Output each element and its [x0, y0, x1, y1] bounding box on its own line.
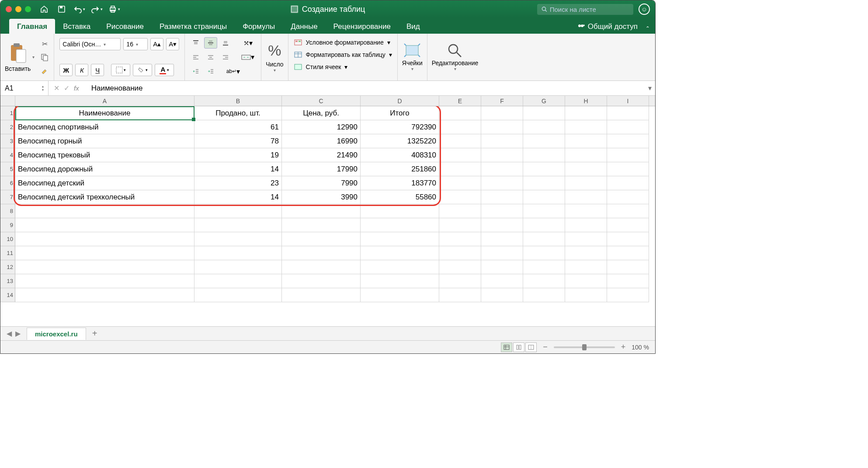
row-header[interactable]: 7: [0, 190, 15, 204]
column-header[interactable]: I: [607, 96, 649, 106]
cell[interactable]: 14: [194, 190, 282, 204]
cell[interactable]: [523, 106, 565, 120]
format-as-table-button[interactable]: Форматировать как таблицу ▾: [294, 50, 392, 59]
align-bottom-icon[interactable]: [219, 37, 232, 49]
tab-formulas[interactable]: Формулы: [235, 19, 283, 34]
search-input[interactable]: [550, 6, 629, 13]
cell[interactable]: [361, 218, 439, 232]
tab-insert[interactable]: Вставка: [55, 19, 98, 34]
collapse-ribbon-icon[interactable]: ˆ: [644, 26, 652, 34]
expand-formula-bar-icon[interactable]: ▾: [645, 84, 655, 92]
cell[interactable]: 19: [194, 148, 282, 162]
cell[interactable]: Велосипед спортивный: [15, 120, 194, 134]
cell[interactable]: [439, 246, 481, 260]
cell[interactable]: [361, 232, 439, 246]
orientation-icon[interactable]: ⤲▾: [239, 37, 257, 49]
cell[interactable]: [523, 218, 565, 232]
feedback-icon[interactable]: ☺: [639, 3, 650, 15]
cell[interactable]: [523, 162, 565, 176]
fill-color-button[interactable]: ▾: [133, 64, 152, 76]
decrease-indent-icon[interactable]: [189, 66, 202, 77]
cell[interactable]: [565, 246, 607, 260]
row-header[interactable]: 11: [0, 246, 15, 260]
cell[interactable]: [607, 204, 649, 218]
save-icon[interactable]: [56, 3, 68, 15]
cell[interactable]: [607, 120, 649, 134]
sheet-nav-next-icon[interactable]: ▶: [15, 329, 21, 338]
row-header[interactable]: 12: [0, 260, 15, 274]
tab-review[interactable]: Рецензирование: [326, 19, 399, 34]
cell[interactable]: Велосипед дорожный: [15, 162, 194, 176]
cell[interactable]: [194, 288, 282, 302]
cell[interactable]: [439, 274, 481, 288]
align-left-icon[interactable]: [189, 52, 202, 63]
cell[interactable]: Цена, руб.: [282, 106, 361, 120]
cell[interactable]: [282, 246, 361, 260]
cell[interactable]: [565, 148, 607, 162]
copy-icon[interactable]: [40, 52, 49, 62]
cell[interactable]: [607, 190, 649, 204]
cell[interactable]: [15, 246, 194, 260]
cell[interactable]: 12990: [282, 120, 361, 134]
cell[interactable]: [439, 218, 481, 232]
cell[interactable]: [15, 274, 194, 288]
undo-icon[interactable]: ▾: [73, 3, 85, 15]
cell[interactable]: [439, 148, 481, 162]
cell[interactable]: 3990: [282, 190, 361, 204]
cell[interactable]: [565, 204, 607, 218]
tab-home[interactable]: Главная: [9, 19, 55, 34]
zoom-slider[interactable]: [554, 346, 615, 348]
fx-icon[interactable]: fx: [74, 84, 83, 92]
print-icon[interactable]: ▾: [108, 3, 120, 15]
cell[interactable]: [481, 120, 523, 134]
cell[interactable]: Велосипед детский трехколесный: [15, 190, 194, 204]
close-window-icon[interactable]: [6, 6, 12, 12]
cell[interactable]: [523, 190, 565, 204]
grid-body[interactable]: 1НаименованиеПродано, шт.Цена, руб.Итого…: [0, 106, 655, 326]
cell[interactable]: [523, 274, 565, 288]
row-header[interactable]: 5: [0, 162, 15, 176]
cell[interactable]: [439, 134, 481, 148]
cell[interactable]: [194, 218, 282, 232]
cell[interactable]: [439, 176, 481, 190]
cell[interactable]: [607, 218, 649, 232]
cell[interactable]: [481, 176, 523, 190]
cell[interactable]: [481, 106, 523, 120]
cell[interactable]: [565, 260, 607, 274]
column-header[interactable]: G: [523, 96, 565, 106]
cell[interactable]: [481, 148, 523, 162]
cell[interactable]: [282, 232, 361, 246]
align-middle-icon[interactable]: [204, 37, 217, 49]
row-header[interactable]: 13: [0, 274, 15, 288]
cell[interactable]: [607, 176, 649, 190]
cell[interactable]: [481, 232, 523, 246]
cell[interactable]: [481, 260, 523, 274]
italic-button[interactable]: К: [75, 64, 88, 76]
column-header[interactable]: C: [282, 96, 361, 106]
cell[interactable]: [282, 260, 361, 274]
cell[interactable]: [607, 288, 649, 302]
home-icon[interactable]: [38, 3, 50, 15]
cell[interactable]: [361, 260, 439, 274]
cell[interactable]: Велосипед горный: [15, 134, 194, 148]
row-header[interactable]: 2: [0, 120, 15, 134]
cell[interactable]: [481, 190, 523, 204]
cell[interactable]: [439, 190, 481, 204]
row-header[interactable]: 1: [0, 106, 15, 120]
cell[interactable]: [361, 288, 439, 302]
cell[interactable]: [607, 274, 649, 288]
align-center-icon[interactable]: [204, 52, 217, 63]
page-layout-view-icon[interactable]: [513, 342, 524, 352]
column-header[interactable]: H: [565, 96, 607, 106]
cell[interactable]: Наименование: [15, 106, 194, 120]
cell[interactable]: [523, 148, 565, 162]
cell[interactable]: [361, 204, 439, 218]
share-button[interactable]: Общий доступ: [571, 20, 644, 34]
cell[interactable]: [481, 218, 523, 232]
column-header[interactable]: B: [194, 96, 282, 106]
cell[interactable]: [15, 288, 194, 302]
cell[interactable]: [15, 218, 194, 232]
normal-view-icon[interactable]: [501, 342, 512, 352]
cell[interactable]: 78: [194, 134, 282, 148]
cell[interactable]: 251860: [361, 162, 439, 176]
